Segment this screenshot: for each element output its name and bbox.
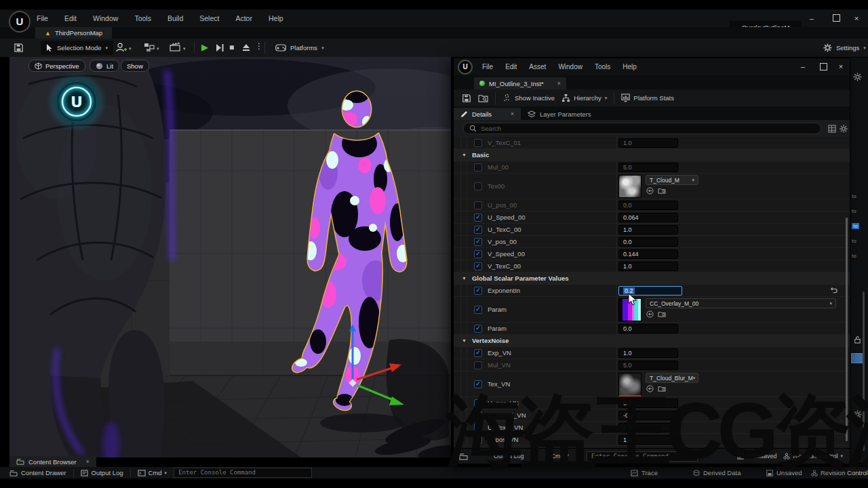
parameter-section-header[interactable]: ▼Global Scalar Parameter Values (454, 272, 850, 285)
cmd-dropdown[interactable]: Cmd▾ (138, 469, 167, 476)
maximize-button[interactable] (833, 14, 840, 22)
parameter-row[interactable]: ✓V_TexC_001.0 (454, 260, 850, 272)
output-log-button[interactable]: Output Log (494, 453, 524, 460)
tab-mi-outline-3-inst[interactable]: MI_Outline_3_Inst* × (474, 77, 566, 89)
parameter-value-input[interactable]: 0.0 (618, 237, 678, 247)
parameter-row[interactable]: ✓V_Speed_000.144 (454, 248, 850, 260)
details-scrollbar[interactable] (846, 218, 848, 441)
parameter-checkbox[interactable]: ✓ (474, 325, 482, 333)
menu-help[interactable]: Help (269, 14, 283, 22)
parameter-value-input[interactable]: 5.0 (618, 361, 678, 370)
menu-select[interactable]: Select (199, 14, 219, 22)
parameter-row[interactable]: Mul_VN5.0 (454, 359, 850, 371)
parameter-row[interactable]: ✓V_pos_000.0 (454, 236, 850, 248)
parameter-row[interactable]: ✓Exp_VN1.0 (454, 347, 850, 359)
selection-mode-dropdown[interactable]: Selection Mode▾ (41, 41, 113, 55)
level-viewport[interactable]: U (9, 57, 451, 458)
texture-asset-dropdown[interactable]: T_Cloud_Blur_M▾ (646, 373, 698, 383)
parameter-row[interactable]: ✓Param0.0 (454, 323, 850, 335)
parameter-row[interactable]: ✓ExponentIn0.2 (454, 285, 850, 297)
me-menu-tools[interactable]: Tools (595, 63, 610, 70)
blueprints-icon[interactable] (144, 43, 155, 52)
console-command-input[interactable] (174, 468, 312, 478)
show-inactive-toggle[interactable]: Show Inactive (502, 94, 555, 102)
browse-to-asset-icon[interactable] (658, 187, 666, 195)
sidebar-tab[interactable]: to (852, 208, 856, 214)
platforms-dropdown[interactable]: Platforms▾ (270, 41, 330, 55)
menu-actor[interactable]: Actor (235, 14, 252, 22)
parameter-value-input[interactable]: 0.0 (618, 324, 678, 333)
use-selected-asset-icon[interactable] (646, 385, 654, 392)
parameter-row[interactable]: ✓ParamCC_Overlay_M_00▾ (454, 297, 850, 323)
settings-dropdown[interactable]: Settings▾ (818, 41, 868, 55)
derived-data-button[interactable]: Derived Data (693, 469, 741, 476)
play-button[interactable]: ▶ (201, 42, 208, 52)
play-options-icon[interactable]: ⋮ (255, 41, 263, 51)
parameter-row[interactable]: ✓V_pos_VN1.0 (454, 434, 850, 446)
parameter-row[interactable]: V_TexC_011.0 (454, 137, 850, 149)
save-all-icon[interactable] (14, 43, 24, 53)
parameter-row[interactable]: ✓U_TexC_001.0 (454, 224, 850, 236)
perspective-dropdown[interactable]: Perspective (28, 60, 85, 72)
menu-build[interactable]: Build (167, 14, 183, 22)
parameter-checkbox[interactable]: ✓ (474, 226, 482, 234)
unsaved-indicator[interactable]: Unsaved (766, 469, 802, 476)
parameter-row[interactable]: Tex00T_Cloud_M▾ (454, 174, 850, 199)
collapse-arrow-icon[interactable]: ▼ (462, 152, 467, 157)
parameter-checkbox[interactable]: ✓ (474, 287, 482, 295)
parameter-checkbox[interactable] (474, 139, 482, 147)
parameter-checkbox[interactable]: ✓ (474, 306, 482, 314)
minimize-button[interactable]: – (806, 11, 818, 26)
scrollbar[interactable] (863, 291, 865, 451)
browse-to-asset-icon[interactable] (478, 94, 488, 102)
parameter-checkbox[interactable]: ✓ (474, 238, 482, 246)
platform-stats-button[interactable]: Platform Stats (621, 94, 674, 102)
texture-asset-dropdown[interactable]: T_Cloud_M▾ (646, 175, 698, 185)
unreal-logo-icon[interactable]: U (9, 11, 31, 33)
me-maximize-button[interactable] (820, 63, 827, 70)
tab-details[interactable]: Details × (454, 108, 521, 120)
parameter-value-input[interactable]: 0.2 (618, 286, 682, 296)
sidebar-tab[interactable]: to (852, 238, 856, 244)
parameter-section-header[interactable]: ▼VertexNoise (454, 335, 850, 347)
save-icon[interactable] (462, 94, 471, 103)
me-close-button[interactable]: × (835, 59, 847, 74)
settings-gear-icon[interactable] (840, 125, 848, 133)
me-menu-edit[interactable]: Edit (505, 63, 517, 70)
cinematics-icon[interactable] (170, 42, 181, 52)
parameter-checkbox[interactable]: ✓ (474, 380, 482, 388)
tab-close-icon[interactable]: × (511, 110, 514, 117)
parameter-checkbox[interactable]: ✓ (474, 214, 482, 222)
parameter-value-input[interactable]: 0.0 (618, 399, 678, 408)
display-filter-icon[interactable] (828, 125, 836, 133)
reset-to-default-icon[interactable] (830, 287, 837, 294)
sidebar-tab[interactable]: to (852, 253, 856, 259)
trace-button[interactable]: Trace (631, 469, 658, 476)
parameter-checkbox[interactable]: ✓ (474, 399, 482, 407)
revision-control-button[interactable]: Revision Control▾ (783, 453, 843, 460)
parameter-row[interactable]: ✓Tex_VNT_Cloud_Blur_M▾ (454, 371, 850, 397)
tab-close-icon[interactable]: × (557, 80, 561, 87)
stop-button[interactable]: ■ (229, 43, 234, 52)
parameter-value-input[interactable]: 1.0 (618, 435, 678, 445)
texture-thumbnail[interactable] (618, 175, 642, 198)
parameter-value-input[interactable]: 1.0 (618, 262, 678, 271)
collapse-arrow-icon[interactable]: ▼ (462, 276, 467, 281)
parameter-value-input[interactable]: 0.064 (618, 213, 678, 222)
parameter-row[interactable]: ✓U_speed_VN-0.2 (454, 409, 850, 422)
texture-thumbnail[interactable] (618, 298, 642, 321)
me-menu-file[interactable]: File (482, 63, 493, 70)
lock-icon[interactable] (854, 336, 861, 344)
me-menu-asset[interactable]: Asset (529, 63, 546, 70)
output-log-button[interactable]: Output Log (81, 469, 123, 476)
parameter-value-input[interactable]: 0.144 (618, 249, 678, 259)
cmd-dropdown[interactable]: Cmd▾ (551, 453, 570, 460)
parameter-checkbox[interactable] (474, 163, 482, 171)
parameter-value-input[interactable]: -0.2 (618, 411, 678, 420)
use-selected-asset-icon[interactable] (646, 187, 654, 195)
show-dropdown[interactable]: Show (121, 60, 149, 72)
revision-control-button[interactable]: Revision Control (811, 469, 868, 476)
texture-asset-dropdown[interactable]: CC_Overlay_M_00▾ (646, 298, 836, 308)
menu-window[interactable]: Window (93, 14, 118, 22)
parameter-value-input[interactable]: 5.0 (618, 163, 678, 172)
